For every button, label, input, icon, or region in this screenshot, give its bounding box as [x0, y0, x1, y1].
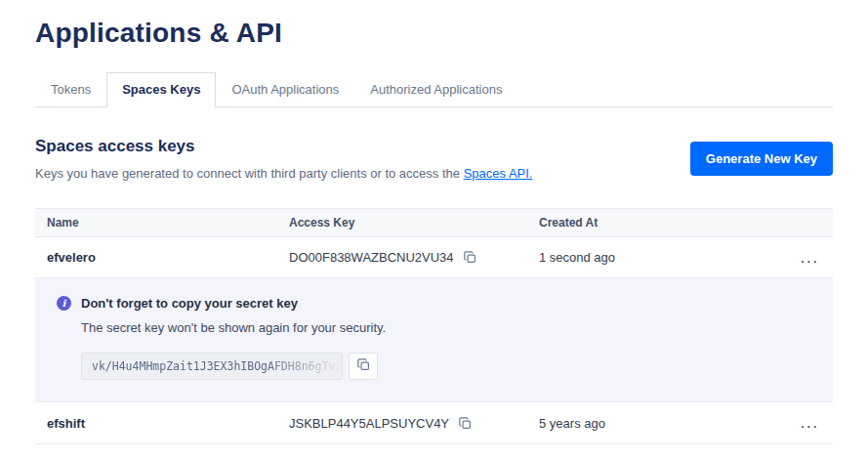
table-row: efvelero DO00F838WAZBCNU2VU34 1 second a…: [35, 237, 833, 278]
section-title: Spaces access keys: [35, 137, 532, 156]
tab-authorized-applications[interactable]: Authorized Applications: [354, 72, 517, 106]
notice-header: i Don't forget to copy your secret key: [57, 296, 811, 311]
key-name: efshift: [35, 416, 277, 431]
notice-body: The secret key won't be shown again for …: [81, 320, 811, 335]
access-key-value: DO00F838WAZBCNU2VU34: [289, 250, 454, 265]
created-at-value: 1 second ago: [527, 250, 782, 265]
secret-key-field[interactable]: vk/H4u4MHmpZait1J3EX3hIBOgAFDH8n6gTv3H: [81, 353, 343, 380]
table-header-row: Name Access Key Created At: [35, 208, 833, 237]
section-description: Keys you have generated to connect with …: [35, 166, 532, 181]
row-actions-menu-button[interactable]: ...: [782, 253, 833, 263]
section-description-text: Keys you have generated to connect with …: [35, 166, 464, 181]
tab-tokens[interactable]: Tokens: [35, 72, 106, 106]
column-header-created-at: Created At: [527, 216, 782, 230]
copy-icon: [459, 417, 472, 430]
tab-oauth-applications[interactable]: OAuth Applications: [216, 72, 354, 106]
copy-access-key-button[interactable]: [462, 249, 478, 266]
spaces-api-link[interactable]: Spaces API.: [464, 166, 533, 181]
copy-access-key-button[interactable]: [457, 415, 474, 432]
access-key-value: JSKBLP44Y5ALPSUYCV4Y: [289, 416, 449, 431]
secret-key-notice: i Don't forget to copy your secret key T…: [35, 278, 833, 402]
key-name: efvelero: [35, 250, 277, 265]
access-key-cell: DO00F838WAZBCNU2VU34: [277, 249, 527, 266]
generate-new-key-button[interactable]: Generate New Key: [690, 142, 833, 176]
created-at-value: 5 years ago: [527, 416, 782, 431]
tab-spaces-keys[interactable]: Spaces Keys: [106, 72, 216, 107]
copy-icon: [464, 251, 476, 264]
copy-icon: [357, 358, 370, 374]
secret-key-row: vk/H4u4MHmpZait1J3EX3hIBOgAFDH8n6gTv3H: [81, 353, 811, 380]
tab-bar: Tokens Spaces Keys OAuth Applications Au…: [35, 72, 833, 107]
row-actions-menu-button[interactable]: ...: [782, 418, 833, 428]
keys-table: Name Access Key Created At efvelero DO00…: [35, 208, 833, 444]
column-header-access-key: Access Key: [277, 216, 527, 230]
section-header-text: Spaces access keys Keys you have generat…: [35, 137, 532, 181]
section-header: Spaces access keys Keys you have generat…: [35, 137, 833, 181]
access-key-cell: JSKBLP44Y5ALPSUYCV4Y: [277, 415, 527, 432]
page: Applications & API Tokens Spaces Keys OA…: [0, 0, 868, 444]
column-header-name: Name: [35, 216, 277, 230]
page-title: Applications & API: [35, 18, 833, 49]
info-icon: i: [57, 296, 71, 311]
copy-secret-key-button[interactable]: [349, 353, 378, 380]
notice-title: Don't forget to copy your secret key: [81, 296, 298, 311]
table-row: efshift JSKBLP44Y5ALPSUYCV4Y 5 years ago…: [35, 402, 833, 443]
secret-key-value: vk/H4u4MHmpZait1J3EX3hIBOgAFDH8n6gTv3H: [92, 359, 343, 373]
